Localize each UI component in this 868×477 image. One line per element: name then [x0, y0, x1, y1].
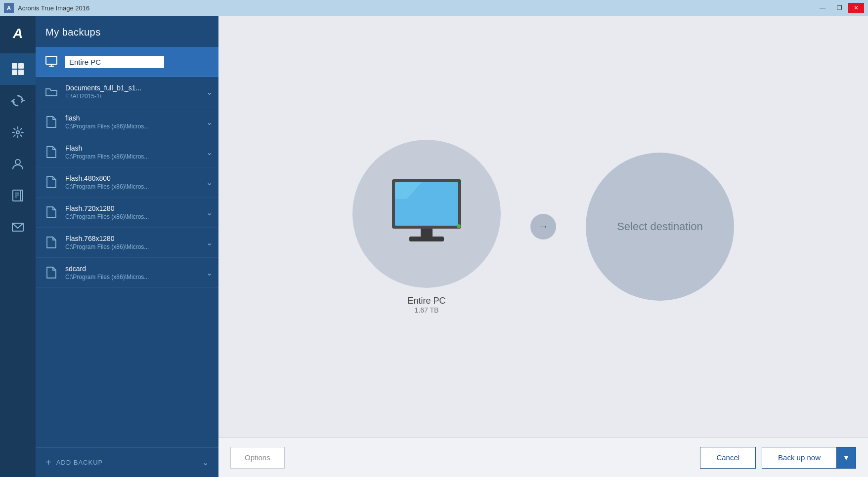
source-circle — [352, 140, 501, 288]
tools-icon — [11, 125, 25, 139]
source-size: 1.67 TB — [407, 306, 445, 314]
backup-item-path: C:\Program Files (x86)\Micros... — [65, 243, 149, 250]
file-icon — [43, 204, 59, 220]
pc-monitor-illustration — [382, 174, 471, 253]
backup-item-flash-720[interactable]: Flash.720x1280 C:\Program Files (x86)\Mi… — [36, 198, 218, 228]
folder-icon — [43, 84, 59, 100]
sidebar-item-email[interactable] — [0, 211, 36, 243]
main-content: Entire PC 1.67 TB → Select destination O… — [218, 16, 868, 477]
backup-item-info: Documents_full_b1_s1... E:\ATI2015-1\ — [65, 84, 141, 100]
maximize-button[interactable]: ❐ — [831, 3, 847, 13]
account-icon — [11, 157, 25, 171]
backup-item-entire-pc[interactable] — [36, 47, 218, 77]
backup-now-dropdown-button[interactable]: ▼ — [836, 447, 856, 469]
svg-rect-17 — [421, 229, 433, 238]
backup-item-name: sdcard — [65, 265, 149, 273]
arrow-circle: → — [530, 214, 556, 239]
backup-item-name: Flash.720x1280 — [65, 204, 149, 212]
close-button[interactable]: ✕ — [848, 3, 864, 13]
sync-icon — [11, 94, 25, 108]
logo: A — [6, 22, 30, 45]
file-icon — [43, 174, 59, 190]
add-backup-footer[interactable]: + ADD BACKUP ⌄ — [36, 447, 218, 477]
backup-item-sdcard[interactable]: sdcard C:\Program Files (x86)\Micros... … — [36, 258, 218, 288]
backup-item-name: flash — [65, 114, 149, 122]
chevron-down-icon: ⌄ — [206, 208, 213, 217]
backup-item-path: E:\ATI2015-1\ — [65, 93, 141, 100]
svg-rect-6 — [13, 190, 21, 201]
svg-rect-1 — [18, 63, 24, 69]
backup-item-name: Flash.768x1280 — [65, 235, 149, 242]
chevron-down-icon: ⌄ — [206, 238, 213, 247]
chevron-down-icon: ⌄ — [206, 178, 213, 187]
app-body: A — [0, 16, 868, 477]
backup-item-info: flash C:\Program Files (x86)\Micros... — [65, 114, 149, 130]
window-controls: — ❐ ✕ — [815, 3, 864, 13]
destination-label: Select destination — [617, 219, 703, 235]
arrow-right-icon: → — [538, 220, 549, 233]
chevron-down-icon: ⌄ — [206, 87, 213, 97]
backup-item-path: C:\Program Files (x86)\Micros... — [65, 153, 149, 160]
source-label-group: Entire PC 1.67 TB — [407, 296, 445, 314]
backup-now-button[interactable]: Back up now — [762, 447, 836, 469]
svg-point-19 — [457, 224, 461, 228]
chevron-down-icon: ⌄ — [206, 148, 213, 157]
svg-point-5 — [15, 159, 20, 164]
file-icon — [43, 114, 59, 130]
file-icon — [43, 235, 59, 250]
chevron-down-icon: ▼ — [843, 454, 850, 462]
sidebar-item-help[interactable] — [0, 180, 36, 211]
file-icon — [43, 144, 59, 160]
backup-item-info: sdcard C:\Program Files (x86)\Micros... — [65, 265, 149, 280]
destination-circle[interactable]: Select destination — [586, 153, 734, 301]
chevron-down-icon: ⌄ — [206, 268, 213, 278]
title-bar: A Acronis True Image 2016 — ❐ ✕ — [0, 0, 868, 16]
backup-item-flash-upper[interactable]: Flash C:\Program Files (x86)\Micros... ⌄ — [36, 137, 218, 167]
file-icon — [43, 265, 59, 280]
email-icon — [11, 220, 25, 234]
source-section: Entire PC 1.67 TB — [352, 140, 501, 314]
svg-rect-3 — [18, 70, 24, 75]
sidebar-icons: A — [0, 16, 36, 477]
window-title: Acronis True Image 2016 — [18, 4, 89, 12]
svg-rect-18 — [409, 237, 444, 241]
svg-rect-0 — [12, 63, 17, 69]
backup-item-path: C:\Program Files (x86)\Micros... — [65, 123, 149, 130]
minimize-button[interactable]: — — [815, 3, 830, 13]
backup-item-info: Flash.768x1280 C:\Program Files (x86)\Mi… — [65, 235, 149, 250]
cancel-button[interactable]: Cancel — [700, 447, 756, 469]
backup-item-info: Flash.480x800 C:\Program Files (x86)\Mic… — [65, 174, 149, 190]
add-icon: + — [45, 457, 51, 468]
app-icon: A — [4, 3, 14, 13]
grid-icon — [11, 62, 25, 76]
backup-item-documents-full[interactable]: Documents_full_b1_s1... E:\ATI2015-1\ ⌄ — [36, 77, 218, 107]
monitor-icon — [43, 54, 59, 70]
backup-name-input[interactable] — [65, 56, 164, 68]
backup-item-path: C:\Program Files (x86)\Micros... — [65, 213, 149, 220]
backup-item-flash-lower[interactable]: flash C:\Program Files (x86)\Micros... ⌄ — [36, 107, 218, 137]
backup-item-path: C:\Program Files (x86)\Micros... — [65, 274, 149, 280]
backup-item-flash-768[interactable]: Flash.768x1280 C:\Program Files (x86)\Mi… — [36, 228, 218, 258]
action-bar: Options Cancel Back up now ▼ — [218, 437, 868, 477]
source-label: Entire PC — [407, 296, 445, 306]
logo-letter: A — [13, 26, 23, 41]
backup-item-flash-480[interactable]: Flash.480x800 C:\Program Files (x86)\Mic… — [36, 167, 218, 198]
sidebar-item-account[interactable] — [0, 148, 36, 180]
backup-item-name: Flash.480x800 — [65, 174, 149, 182]
svg-rect-2 — [12, 70, 17, 75]
svg-rect-11 — [46, 56, 57, 64]
backup-list-panel: My backups — [36, 16, 218, 477]
backup-item-path: C:\Program Files (x86)\Micros... — [65, 183, 149, 190]
svg-point-4 — [16, 131, 19, 134]
options-button[interactable]: Options — [230, 447, 285, 469]
sidebar-item-tools[interactable] — [0, 117, 36, 148]
add-backup-label: ADD BACKUP — [56, 459, 197, 466]
backup-now-group: Back up now ▼ — [762, 447, 856, 469]
backup-visual-area: Entire PC 1.67 TB → Select destination — [218, 16, 868, 437]
backup-item-name: Documents_full_b1_s1... — [65, 84, 141, 92]
chevron-down-icon: ⌄ — [202, 458, 209, 467]
help-icon — [11, 189, 25, 202]
backup-item-info: Flash C:\Program Files (x86)\Micros... — [65, 144, 149, 160]
sidebar-item-sync[interactable] — [0, 85, 36, 117]
sidebar-item-backups[interactable] — [0, 53, 36, 85]
